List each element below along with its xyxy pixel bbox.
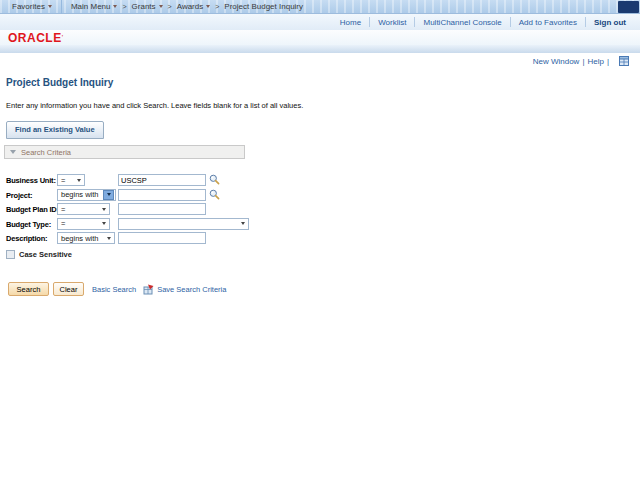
link-home[interactable]: Home — [332, 18, 369, 27]
nav-corner-box[interactable] — [618, 1, 639, 13]
focused-dropdown-button[interactable] — [103, 190, 114, 200]
chevron-down-icon — [48, 5, 52, 8]
operator-value: = — [61, 219, 65, 228]
project-operator-select[interactable]: begins with — [57, 189, 116, 201]
business-unit-lookup-icon[interactable] — [209, 174, 220, 187]
favorites-label: Favorites — [12, 2, 45, 11]
chevron-down-icon — [113, 5, 117, 8]
operator-value: begins with — [61, 190, 99, 199]
operator-value: begins with — [61, 234, 99, 243]
field-row-description: Description: begins with — [6, 232, 640, 245]
budget-type-operator-select[interactable]: = — [57, 218, 110, 230]
field-row-budget-type: Budget Type: = — [6, 218, 640, 231]
budget-plan-id-label: Budget Plan ID: — [6, 205, 59, 214]
business-unit-operator-select[interactable]: = — [57, 174, 85, 186]
logo-row: ORACLE' — [0, 30, 640, 45]
header-divider-band — [0, 45, 640, 53]
chevron-down-icon — [102, 208, 106, 211]
action-row: Search Clear Basic Search Save Search Cr… — [6, 282, 640, 296]
chevron-down-icon — [241, 222, 245, 225]
budget-type-value-select[interactable] — [118, 218, 249, 230]
util-divider: | — [582, 57, 584, 66]
save-search-criteria-icon[interactable] — [143, 284, 154, 295]
help-link[interactable]: Help — [587, 57, 603, 66]
field-row-project: Project: begins with — [6, 189, 640, 202]
page-utility-links: New Window | Help | — [0, 55, 640, 67]
link-worklist[interactable]: Worklist — [370, 18, 414, 27]
basic-search-link[interactable]: Basic Search — [92, 285, 136, 294]
case-sensitive-checkbox[interactable] — [6, 250, 15, 259]
window-grid-icon[interactable] — [619, 56, 629, 66]
chevron-down-icon — [77, 179, 81, 182]
case-sensitive-row: Case Sensitive — [6, 250, 640, 259]
main-menu-label: Main Menu — [71, 2, 111, 11]
description-label: Description: — [6, 234, 47, 243]
clear-button[interactable]: Clear — [53, 282, 84, 296]
awards-label: Awards — [177, 2, 204, 11]
link-sign-out[interactable]: Sign out — [586, 18, 628, 27]
chevron-down-icon — [102, 222, 106, 225]
grants-label: Grants — [132, 2, 156, 11]
menu-awards[interactable]: Awards — [173, 2, 215, 11]
budget-plan-id-operator-select[interactable]: = — [57, 203, 110, 215]
peoplesoft-page: Favorites Main Menu > Grants > Awards > … — [0, 0, 640, 480]
search-instructions: Enter any information you have and click… — [6, 101, 640, 110]
save-search-criteria-link[interactable]: Save Search Criteria — [157, 285, 226, 294]
menu-favorites[interactable]: Favorites — [8, 2, 56, 11]
breadcrumb-current-page: Project Budget Inquiry — [220, 2, 307, 11]
search-criteria-form: Business Unit: = Project: — [6, 174, 640, 259]
header-links-row: Home Worklist MultiChannel Console Add t… — [0, 14, 640, 30]
operator-value: = — [61, 176, 65, 185]
search-button[interactable]: Search — [8, 282, 49, 296]
field-row-business-unit: Business Unit: = — [6, 174, 640, 187]
link-multichannel-console[interactable]: MultiChannel Console — [415, 18, 509, 27]
chevron-down-icon — [159, 5, 163, 8]
business-unit-input[interactable] — [118, 174, 206, 186]
breadcrumb-bar: Favorites Main Menu > Grants > Awards > … — [0, 0, 640, 14]
field-row-budget-plan-id: Budget Plan ID: = — [6, 203, 640, 216]
main-content: Project Budget Inquiry Enter any informa… — [0, 77, 640, 296]
case-sensitive-label: Case Sensitive — [19, 250, 72, 259]
breadcrumb-divider — [61, 0, 62, 14]
project-input[interactable] — [118, 189, 206, 201]
menu-grants[interactable]: Grants — [128, 2, 167, 11]
menu-main-menu[interactable]: Main Menu — [67, 2, 122, 11]
project-label: Project: — [6, 191, 32, 200]
chevron-down-icon — [206, 5, 210, 8]
oracle-logo-mark: ' — [62, 34, 63, 41]
project-lookup-icon[interactable] — [209, 189, 220, 202]
link-add-to-favorites[interactable]: Add to Favorites — [511, 18, 585, 27]
util-divider: | — [607, 57, 609, 66]
budget-type-label: Budget Type: — [6, 220, 51, 229]
tab-find-an-existing-value[interactable]: Find an Existing Value — [6, 121, 104, 139]
chevron-down-icon — [107, 237, 111, 240]
oracle-logo: ORACLE — [8, 32, 62, 44]
page-title: Project Budget Inquiry — [6, 77, 640, 88]
section-header-label: Search Criteria — [21, 148, 71, 157]
chevron-down-icon — [107, 193, 111, 196]
budget-plan-id-input[interactable] — [118, 203, 206, 215]
collapse-triangle-icon — [10, 150, 16, 154]
search-criteria-section-header[interactable]: Search Criteria — [4, 145, 245, 159]
description-operator-select[interactable]: begins with — [57, 232, 115, 244]
new-window-link[interactable]: New Window — [533, 57, 580, 66]
operator-value: = — [61, 205, 65, 214]
description-input[interactable] — [118, 232, 206, 244]
business-unit-label: Business Unit: — [6, 176, 56, 185]
